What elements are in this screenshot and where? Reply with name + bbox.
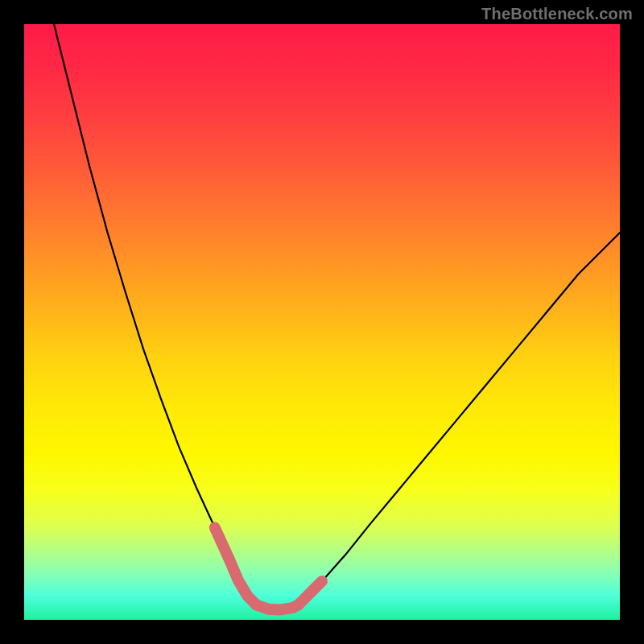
bottleneck-curve — [54, 24, 620, 609]
highlight-bottom — [257, 605, 299, 610]
highlight-left — [215, 527, 257, 605]
chart-frame: TheBottleneck.com — [0, 0, 644, 644]
curve-layer — [24, 24, 620, 620]
highlight-right — [298, 581, 322, 605]
watermark-text: TheBottleneck.com — [481, 5, 633, 23]
plot-area — [24, 24, 620, 620]
